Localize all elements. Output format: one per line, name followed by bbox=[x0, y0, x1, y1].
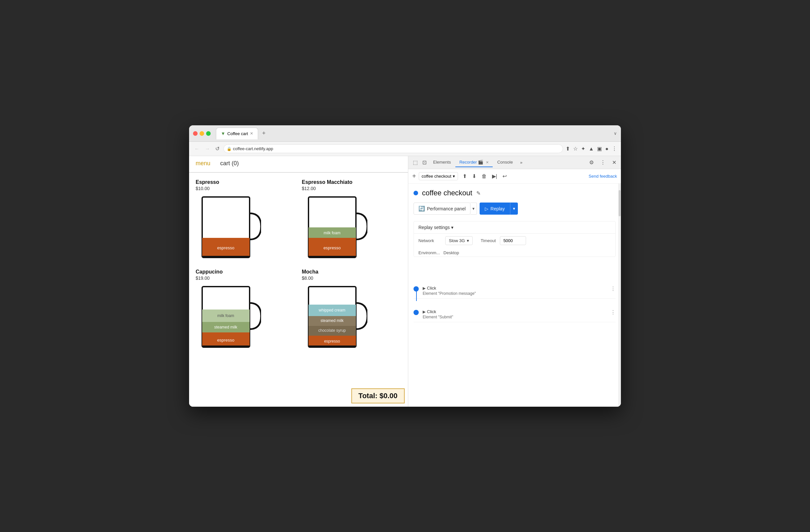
event-expand-icon-2[interactable]: ▶ bbox=[423, 309, 426, 314]
event-more-options-2[interactable]: ⋮ bbox=[611, 309, 616, 316]
share-icon[interactable]: ⬆ bbox=[566, 146, 570, 152]
event-subtitle-2: Element "Submit" bbox=[423, 315, 606, 319]
undo-button[interactable]: ↩ bbox=[501, 172, 509, 181]
replay-button[interactable]: ▷ Replay bbox=[480, 203, 510, 215]
tab-console[interactable]: Console bbox=[493, 158, 517, 167]
devtools-settings-icon[interactable]: ⚙ bbox=[587, 158, 596, 167]
content-area: menu cart (0) Espresso $10.00 bbox=[189, 156, 621, 407]
tab-recorder[interactable]: Recorder 🎬 ✕ bbox=[455, 158, 493, 167]
event-item-2: ▶ Click Element "Submit" ⋮ bbox=[414, 307, 616, 322]
browser-toolbar-icons: ⬆ ☆ ✦ ▲ ▣ ● ⋮ bbox=[566, 146, 617, 152]
network-select-wrapper: Slow 3G ▾ bbox=[445, 236, 473, 245]
export-recording-button[interactable]: ⬆ bbox=[460, 172, 469, 181]
back-button[interactable]: ← bbox=[193, 145, 201, 153]
devtools-scrollbar[interactable] bbox=[618, 183, 621, 407]
more-tabs-button[interactable]: » bbox=[518, 158, 525, 167]
pip-icon[interactable]: ▣ bbox=[597, 146, 602, 152]
forward-button[interactable]: → bbox=[204, 145, 211, 153]
minimize-button[interactable] bbox=[199, 131, 204, 136]
devtools-close-icon[interactable]: ✕ bbox=[610, 158, 618, 167]
desktop-value: Desktop bbox=[443, 250, 459, 255]
browser-window: ▼ Coffee cart ✕ + ∨ ← → ↺ 🔒 coffee-cart.… bbox=[189, 125, 621, 407]
delete-recording-button[interactable]: 🗑 bbox=[480, 172, 489, 181]
send-feedback-link[interactable]: Send feedback bbox=[588, 174, 617, 179]
replay-settings-header[interactable]: Replay settings ▾ bbox=[414, 222, 615, 233]
event-expand-icon-1[interactable]: ▶ bbox=[423, 286, 426, 291]
events-list: ▶ Click Element "Promotion message" ⋮ ▶ bbox=[414, 283, 616, 322]
svg-text:steamed milk: steamed milk bbox=[320, 318, 344, 323]
replay-dropdown-button[interactable]: ▾ bbox=[510, 203, 518, 215]
event-item-1: ▶ Click Element "Promotion message" ⋮ bbox=[414, 283, 616, 299]
edit-title-icon[interactable]: ✎ bbox=[476, 190, 481, 196]
reload-button[interactable]: ↺ bbox=[214, 144, 221, 153]
event-content-1: ▶ Click Element "Promotion message" bbox=[423, 286, 606, 296]
event-more-options-1[interactable]: ⋮ bbox=[611, 286, 616, 292]
extension-icon[interactable]: ✦ bbox=[581, 146, 585, 152]
devtools-more-options-icon[interactable]: ⋮ bbox=[598, 158, 608, 167]
event-title-2: ▶ Click bbox=[423, 309, 606, 314]
event-subtitle-1: Element "Promotion message" bbox=[423, 291, 606, 296]
cappucino-item[interactable]: Cappucino $19.00 milk foam steamed milk bbox=[196, 269, 295, 352]
address-wrapper: 🔒 coffee-cart.netlify.app bbox=[224, 144, 563, 153]
devtools-tab-bar: ⬚ ⊡ Elements Recorder 🎬 ✕ Console » ⚙ ⋮ … bbox=[408, 156, 621, 169]
import-recording-button[interactable]: ⬇ bbox=[470, 172, 478, 181]
pin-icon[interactable]: ▲ bbox=[588, 146, 594, 152]
site-navigation: menu cart (0) bbox=[189, 156, 408, 173]
replay-settings-label: Replay settings ▾ bbox=[418, 225, 453, 230]
espresso-item[interactable]: Espresso $10.00 espresso bbox=[196, 179, 295, 262]
cart-nav-link[interactable]: cart (0) bbox=[220, 160, 239, 168]
profile-icon[interactable]: ● bbox=[605, 146, 609, 152]
environment-label: Environm... bbox=[418, 250, 440, 255]
svg-text:milk foam: milk foam bbox=[324, 231, 340, 235]
espresso-macchiato-item[interactable]: Espresso Macchiato $12.00 milk foam espr… bbox=[302, 179, 402, 262]
recording-title-row: coffee checkout ✎ bbox=[414, 189, 616, 197]
tab-bar: ▼ Coffee cart ✕ + bbox=[216, 128, 611, 139]
active-tab[interactable]: ▼ Coffee cart ✕ bbox=[216, 128, 258, 139]
performance-panel-button[interactable]: 🔄 Performance panel bbox=[414, 203, 470, 215]
performance-panel-label: Performance panel bbox=[427, 206, 466, 211]
traffic-lights bbox=[193, 131, 211, 136]
total-banner: Total: $0.00 bbox=[351, 388, 405, 403]
new-tab-button[interactable]: + bbox=[259, 129, 268, 138]
network-select[interactable]: Slow 3G ▾ bbox=[445, 236, 473, 245]
run-step-button[interactable]: ▶| bbox=[490, 172, 499, 181]
recorder-tab-close[interactable]: ✕ bbox=[486, 160, 489, 164]
tab-elements[interactable]: Elements bbox=[429, 158, 455, 167]
svg-rect-27 bbox=[308, 345, 356, 347]
performance-panel-icon: 🔄 bbox=[418, 206, 425, 212]
menu-nav-link[interactable]: menu bbox=[196, 160, 210, 168]
replay-button-group: ▷ Replay ▾ bbox=[480, 203, 518, 215]
inspect-element-icon[interactable]: ⬚ bbox=[411, 158, 420, 167]
espresso-macchiato-cup: milk foam espresso bbox=[302, 194, 367, 262]
mocha-name: Mocha bbox=[302, 269, 402, 275]
cappucino-cup: milk foam steamed milk espresso bbox=[196, 283, 261, 352]
mocha-price: $8.00 bbox=[302, 275, 402, 281]
timeout-label: Timeout bbox=[481, 238, 496, 243]
maximize-button[interactable] bbox=[206, 131, 211, 136]
close-button[interactable] bbox=[193, 131, 198, 136]
svg-rect-3 bbox=[202, 256, 249, 258]
performance-panel-button-group: 🔄 Performance panel ▾ bbox=[414, 203, 477, 215]
timeout-input[interactable] bbox=[500, 236, 526, 245]
tab-close-button[interactable]: ✕ bbox=[250, 131, 253, 136]
address-input[interactable]: coffee-cart.netlify.app bbox=[224, 144, 563, 153]
mocha-item[interactable]: Mocha $8.00 whipped cream steamed milk bbox=[302, 269, 402, 352]
add-recording-button[interactable]: + bbox=[412, 173, 416, 180]
device-toggle-icon[interactable]: ⊡ bbox=[420, 158, 428, 167]
devtools-panel: ⬚ ⊡ Elements Recorder 🎬 ✕ Console » ⚙ ⋮ … bbox=[408, 156, 621, 407]
devtools-scrollbar-thumb bbox=[619, 190, 620, 216]
recording-select[interactable]: coffee checkout ▾ bbox=[419, 172, 458, 180]
lock-icon: 🔒 bbox=[227, 147, 232, 151]
espresso-macchiato-name: Espresso Macchiato bbox=[302, 179, 402, 185]
performance-panel-dropdown[interactable]: ▾ bbox=[470, 203, 477, 215]
recording-select-chevron: ▾ bbox=[453, 174, 455, 179]
more-menu-icon[interactable]: ⋮ bbox=[612, 146, 617, 152]
bookmark-icon[interactable]: ☆ bbox=[573, 146, 578, 152]
cappucino-name: Cappucino bbox=[196, 269, 295, 275]
replay-label: Replay bbox=[490, 206, 505, 211]
svg-text:espresso: espresso bbox=[217, 245, 234, 250]
website-panel: menu cart (0) Espresso $10.00 bbox=[189, 156, 408, 407]
toolbar-actions: ⬆ ⬇ 🗑 ▶| ↩ bbox=[460, 172, 509, 181]
tab-favicon-icon: ▼ bbox=[221, 131, 225, 136]
recorder-toolbar: + coffee checkout ▾ ⬆ ⬇ 🗑 ▶| ↩ Send feed… bbox=[408, 169, 621, 183]
